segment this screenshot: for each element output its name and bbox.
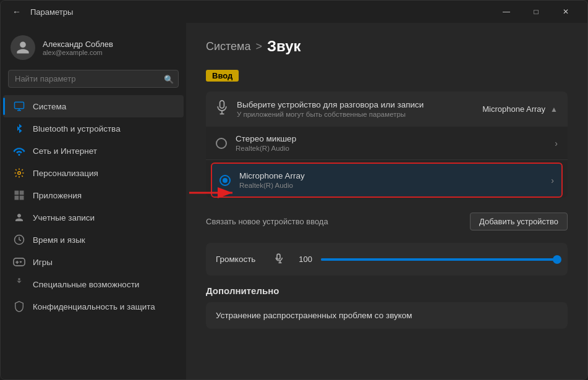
volume-value: 100 [295,255,312,264]
breadcrumb-current: Звук [267,38,301,55]
additional-title: Дополнительно [206,285,568,296]
device-select-hint: У приложений могут быть собственные пара… [237,111,474,118]
stereo-arrow-icon: › [555,138,558,148]
search-box: 🔍 [8,70,179,88]
svg-rect-7 [220,101,224,108]
system-icon [13,100,25,112]
user-info: Александр Соблев alex@example.com [43,40,113,56]
add-device-button[interactable]: Добавить устройство [470,213,568,230]
titlebar-title: Параметры [30,7,492,17]
back-button[interactable]: ← [8,3,25,20]
search-input[interactable] [8,70,179,88]
stereo-name: Стерео микшер [236,134,546,143]
breadcrumb: Система > Звук [206,38,568,55]
apps-icon [13,189,25,201]
device-option-stereo[interactable]: Стерео микшер Realtek(R) Audio › [206,127,568,160]
svg-point-1 [18,172,21,175]
user-name: Александр Соблев [43,40,113,49]
volume-thumb [553,255,561,264]
main-content: Система > Звук Ввод [186,23,587,379]
user-profile: Александр Соблев alex@example.com [1,28,186,70]
maximize-button[interactable]: □ [522,2,550,22]
sidebar-label-bluetooth: Bluetooth и устройства [33,124,121,133]
window-controls: — □ ✕ [492,2,580,22]
stereo-sub: Realtek(R) Audio [236,145,546,152]
titlebar: ← Параметры — □ ✕ [1,1,587,23]
device-option-microphone[interactable]: Microphone Array Realtek(R) Audio › [211,163,563,198]
sidebar-label-accounts: Учетные записи [33,213,95,222]
privacy-icon [13,300,25,313]
microphone-sub: Realtek(R) Audio [239,182,542,189]
svg-rect-0 [15,102,24,109]
sidebar-label-games: Игры [33,258,53,267]
search-icon: 🔍 [164,74,174,83]
device-select-text: Выберите устройство для разговора или за… [237,100,474,118]
sidebar-label-personalize: Персонализация [33,169,98,178]
sidebar-label-accessibility: Специальные возможности [33,280,139,289]
sidebar-item-system[interactable]: Система [3,95,184,117]
sidebar-item-accounts[interactable]: Учетные записи [3,206,184,229]
svg-point-4 [18,278,20,281]
sidebar-label-apps: Приложения [33,191,82,200]
svg-rect-3 [14,258,25,266]
games-icon [13,256,25,268]
sidebar-item-time[interactable]: Время и язык [3,229,184,251]
breadcrumb-parent[interactable]: Система [206,40,251,53]
current-device-name: Microphone Array [482,104,545,114]
accounts-icon [13,211,25,224]
sidebar-item-privacy[interactable]: Конфиденциальность и защита [3,295,184,318]
device-select-label: Выберите устройство для разговора или за… [237,100,474,109]
window-content: Александр Соблев alex@example.com 🔍 Сист… [1,23,587,379]
settings-window: ← Параметры — □ ✕ Александр Соблев alex@… [0,0,588,380]
avatar [11,35,35,60]
minimize-button[interactable]: — [492,2,521,22]
device-select-value: Microphone Array ▲ [482,104,558,114]
sidebar: Александр Соблев alex@example.com 🔍 Сист… [1,23,186,379]
troubleshoot-row[interactable]: Устранение распространенных проблем со з… [206,302,568,329]
sidebar-item-accessibility[interactable]: Специальные возможности [3,273,184,295]
volume-icon [274,251,286,267]
sidebar-label-privacy: Конфиденциальность и защита [33,302,155,311]
radio-fill [223,178,228,183]
input-badge: Ввод [206,70,239,82]
sidebar-item-apps[interactable]: Приложения [3,184,184,206]
sidebar-item-games[interactable]: Игры [3,251,184,273]
microphone-name: Microphone Array [239,171,542,180]
svg-rect-10 [277,254,280,259]
main-wrapper: Система > Звук Ввод [186,23,587,379]
sidebar-label-system: Система [33,102,66,111]
radio-stereo [216,138,227,149]
device-list: Стерео микшер Realtek(R) Audio › Microph… [206,127,568,198]
device-select-row[interactable]: Выберите устройство для разговора или за… [206,91,568,127]
sidebar-item-bluetooth[interactable]: Bluetooth и устройства [3,117,184,140]
volume-slider[interactable] [321,258,558,261]
troubleshoot-label: Устранение распространенных проблем со з… [216,311,412,320]
sidebar-label-network: Сеть и Интернет [33,146,97,156]
volume-row: Громкость 100 [206,243,568,276]
microphone-icon [216,100,228,118]
link-device-label: Связать новое устройство ввода [206,217,328,226]
stereo-info: Стерео микшер Realtek(R) Audio [236,134,546,152]
personalize-icon [13,167,25,179]
sidebar-item-network[interactable]: Сеть и Интернет [3,140,184,162]
additional-section: Дополнительно Устранение распространенны… [206,285,568,329]
user-email: alex@example.com [43,49,113,56]
chevron-up-icon: ▲ [550,105,558,114]
link-device-row: Связать новое устройство ввода Добавить … [206,205,568,238]
microphone-info: Microphone Array Realtek(R) Audio [239,171,542,189]
sidebar-label-time: Время и язык [33,235,85,245]
microphone-arrow-icon: › [551,175,554,185]
radio-microphone [219,175,231,186]
time-icon [13,234,25,246]
sidebar-item-personalize[interactable]: Персонализация [3,162,184,184]
accessibility-icon [13,278,25,290]
close-button[interactable]: ✕ [552,2,580,22]
breadcrumb-separator: > [256,40,263,53]
volume-fill [321,258,558,261]
network-icon [13,145,25,157]
bluetooth-icon [13,122,25,135]
volume-label: Громкость [216,255,265,264]
